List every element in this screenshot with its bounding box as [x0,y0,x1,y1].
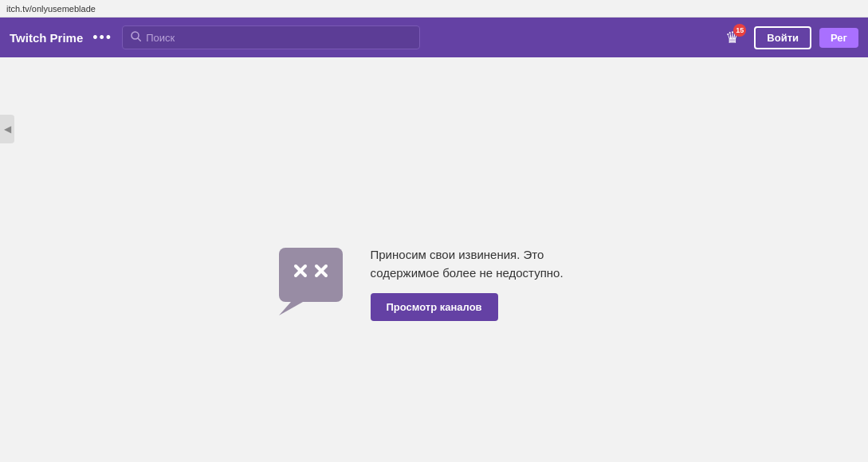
navbar: Twitch Prime ••• ♛ 15 Войти Рег [0,18,868,57]
login-button[interactable]: Войти [754,26,811,49]
error-container: Приносим свои извинения. Это содержимое … [275,244,594,323]
nav-logo[interactable]: Twitch Prime [10,31,83,45]
svg-marker-3 [279,302,303,315]
error-text-block: Приносим свои извинения. Это содержимое … [371,246,594,321]
register-button[interactable]: Рег [819,28,858,48]
nav-more-button[interactable]: ••• [92,29,112,46]
browse-channels-button[interactable]: Просмотр каналов [371,293,498,321]
twitch-dead-icon [275,244,347,323]
notification-badge: 15 [733,24,746,37]
main-content: ◀ Приносим свои извинения. Это содержимо… [0,57,868,462]
search-bar [122,25,420,49]
address-bar: itch.tv/onlyusemeblade [0,0,868,18]
svg-rect-2 [279,248,343,302]
chevron-left-icon: ◀ [4,123,11,135]
nav-right: ♛ 15 Войти Рег [719,24,858,51]
search-input[interactable] [146,32,411,44]
url-text: itch.tv/onlyusemeblade [6,4,96,14]
sidebar-toggle-button[interactable]: ◀ [0,115,14,143]
search-icon [131,31,141,44]
error-message: Приносим свои извинения. Это содержимое … [371,246,594,282]
prime-button[interactable]: ♛ 15 [719,24,746,51]
svg-line-1 [138,38,141,41]
